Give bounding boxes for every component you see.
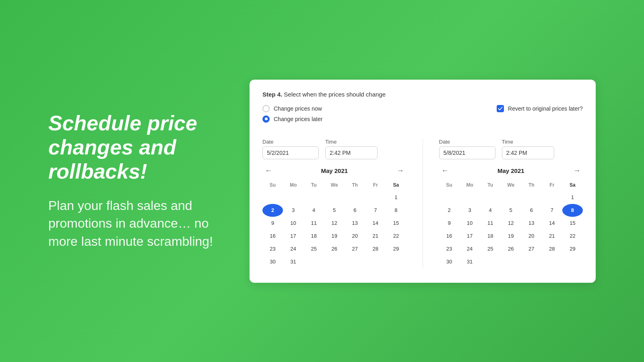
right-next-month-button[interactable]: → <box>571 166 583 176</box>
calendar-day <box>283 191 303 204</box>
calendar-day[interactable]: 7 <box>542 204 562 217</box>
calendar-day[interactable]: 5 <box>324 204 345 217</box>
calendar-day[interactable]: 8 <box>562 204 583 217</box>
radio-later-label: Change prices later <box>274 116 322 122</box>
calendar-day[interactable]: 1 <box>562 191 583 204</box>
calendar-day[interactable]: 25 <box>480 243 501 255</box>
calendar-day <box>303 191 324 204</box>
calendar-day[interactable]: 20 <box>345 230 365 243</box>
left-col-sa: Sa <box>386 181 406 191</box>
calendar-day[interactable]: 10 <box>283 217 303 230</box>
calendar-day[interactable]: 3 <box>283 204 303 217</box>
calendar-day[interactable]: 16 <box>439 230 460 243</box>
calendar-day <box>386 255 406 268</box>
calendar-day[interactable]: 23 <box>262 243 283 255</box>
calendar-day[interactable]: 4 <box>303 204 324 217</box>
revert-checkbox-option[interactable]: Revert to original prices later? <box>497 105 583 112</box>
calendar-day[interactable]: 23 <box>439 243 460 255</box>
calendar-day[interactable]: 16 <box>262 230 283 243</box>
calendar-day[interactable]: 19 <box>501 230 521 243</box>
right-col-th: Th <box>521 181 542 191</box>
right-time-input[interactable] <box>502 146 554 159</box>
calendar-day[interactable]: 22 <box>562 230 583 243</box>
calendar-day[interactable]: 27 <box>345 243 365 255</box>
calendar-day[interactable]: 12 <box>324 217 345 230</box>
calendar-day[interactable]: 22 <box>386 230 406 243</box>
left-date-input[interactable] <box>262 146 319 159</box>
calendar-day <box>480 255 501 268</box>
calendar-day <box>521 255 542 268</box>
left-prev-month-button[interactable]: ← <box>262 166 275 176</box>
calendar-day[interactable]: 9 <box>262 217 283 230</box>
calendar-day[interactable]: 6 <box>345 204 365 217</box>
calendar-day[interactable]: 13 <box>521 217 542 230</box>
calendar-day[interactable]: 15 <box>562 217 583 230</box>
calendar-day[interactable]: 30 <box>439 255 460 268</box>
right-time-label: Time <box>502 139 554 145</box>
right-month-label: May 2021 <box>497 167 524 174</box>
calendar-day[interactable]: 28 <box>542 243 562 255</box>
step-number: Step 4. <box>262 91 282 98</box>
calendar-day[interactable]: 28 <box>365 243 386 255</box>
calendar-day[interactable]: 25 <box>303 243 324 255</box>
calendar-day[interactable]: 30 <box>262 255 283 268</box>
calendar-day[interactable]: 15 <box>386 217 406 230</box>
left-calendar-section: Date Time ← May 2021 → <box>262 139 407 268</box>
calendar-day[interactable]: 13 <box>345 217 365 230</box>
calendar-day[interactable]: 18 <box>480 230 501 243</box>
calendar-day[interactable]: 21 <box>542 230 562 243</box>
calendar-day[interactable]: 26 <box>501 243 521 255</box>
revert-checkbox-label: Revert to original prices later? <box>508 105 583 112</box>
calendar-day[interactable]: 1 <box>386 191 406 204</box>
headline: Schedule price changes and rollbacks! <box>48 111 217 183</box>
calendar-day[interactable]: 17 <box>283 230 303 243</box>
calendar-day[interactable]: 31 <box>460 255 480 268</box>
calendar-day[interactable]: 3 <box>460 204 480 217</box>
calendar-day <box>542 191 562 204</box>
calendar-day <box>460 191 480 204</box>
calendar-day[interactable]: 24 <box>460 243 480 255</box>
left-panel: Schedule price changes and rollbacks! Pl… <box>48 111 217 251</box>
left-date-time-row: Date Time <box>262 139 407 159</box>
left-calendar-grid: Su Mo Tu We Th Fr Sa 1234567891011121314… <box>262 181 407 268</box>
calendar-day <box>345 191 365 204</box>
calendar-day[interactable]: 21 <box>365 230 386 243</box>
calendar-day[interactable]: 2 <box>439 204 460 217</box>
calendar-day[interactable]: 27 <box>521 243 542 255</box>
calendar-day <box>562 255 583 268</box>
calendar-day[interactable]: 8 <box>386 204 406 217</box>
calendar-day[interactable]: 18 <box>303 230 324 243</box>
left-time-input[interactable] <box>325 146 378 159</box>
calendar-day[interactable]: 19 <box>324 230 345 243</box>
calendar-day[interactable]: 31 <box>283 255 303 268</box>
left-col-fr: Fr <box>365 181 386 191</box>
calendar-day[interactable]: 9 <box>439 217 460 230</box>
left-next-month-button[interactable]: → <box>394 166 407 176</box>
calendar-day[interactable]: 4 <box>480 204 501 217</box>
right-date-label: Date <box>439 139 495 145</box>
calendar-day <box>324 191 345 204</box>
right-date-input[interactable] <box>439 146 495 159</box>
calendar-day[interactable]: 29 <box>562 243 583 255</box>
calendar-day[interactable]: 29 <box>386 243 406 255</box>
calendar-day[interactable]: 14 <box>542 217 562 230</box>
calendar-day[interactable]: 11 <box>303 217 324 230</box>
calendar-day[interactable]: 7 <box>365 204 386 217</box>
calendar-day[interactable]: 20 <box>521 230 542 243</box>
radio-change-later[interactable]: Change prices later <box>262 115 322 123</box>
calendar-day[interactable]: 12 <box>501 217 521 230</box>
calendar-day[interactable]: 10 <box>460 217 480 230</box>
calendar-day[interactable]: 11 <box>480 217 501 230</box>
calendar-day <box>501 191 521 204</box>
calendar-day[interactable]: 26 <box>324 243 345 255</box>
calendars-row: Date Time ← May 2021 → <box>262 139 583 268</box>
calendar-day[interactable]: 17 <box>460 230 480 243</box>
calendar-day[interactable]: 6 <box>521 204 542 217</box>
calendar-day[interactable]: 24 <box>283 243 303 255</box>
calendar-day[interactable]: 2 <box>262 204 283 217</box>
calendar-day[interactable]: 14 <box>365 217 386 230</box>
left-cal-nav: ← May 2021 → <box>262 166 407 176</box>
radio-change-now[interactable]: Change prices now <box>262 105 322 112</box>
right-prev-month-button[interactable]: ← <box>439 166 451 176</box>
calendar-day[interactable]: 5 <box>501 204 521 217</box>
